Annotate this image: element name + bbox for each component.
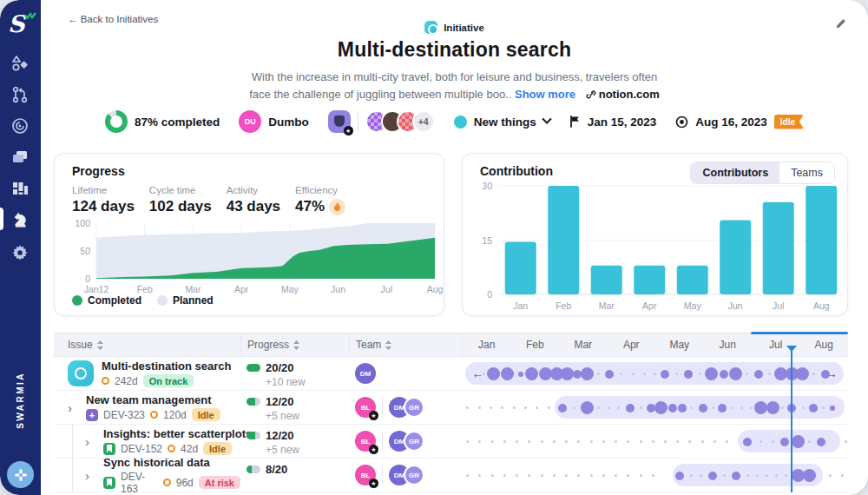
start-date: Jan 15, 2023 [569,116,657,129]
progress-metrics: Lifetime 124 days Cycle time 102 days Ac… [72,185,345,215]
team-cell: BL★DMGR [349,391,462,424]
svg-text:Jun: Jun [331,284,345,294]
progress-legend: Completed Planned [72,294,214,307]
star-badge-icon: ★ [369,478,378,488]
sidebar-item-shapes[interactable] [10,54,30,73]
table-row[interactable]: Multi-destination search242dOn track20/2… [54,357,848,391]
swarmia-logo-icon[interactable]: S [8,10,34,40]
activity-tick-dot [548,406,550,409]
activity-tick-dot [478,406,481,409]
sidebar-item-flow[interactable] [10,116,30,135]
star-badge-icon: ★ [344,126,353,135]
activity-dot [626,404,635,412]
status-badge: On track [143,374,194,387]
progress-count: 20/20 [266,361,294,374]
expand-chevron-icon[interactable]: › [68,401,78,414]
month-label: Apr [608,333,656,356]
issue-text: Insights: better scatterplotsDEV-15242dI… [103,427,252,455]
activity-tick-dot [615,474,617,477]
bullseye-icon [675,116,688,129]
legend-dot [157,295,168,306]
toggle-contributors[interactable]: Contributors [691,162,779,183]
table-rows: Multi-destination search242dOn track20/2… [54,357,848,492]
active-nav-indicator [0,208,3,230]
activity-dot [792,435,805,448]
projects-icon [10,148,30,167]
avatar-group[interactable]: ★ +4 [328,110,435,133]
activity-tick-dot [553,440,556,443]
bar-chart-icon [10,179,30,198]
team-cell: BL★DMGR [349,459,462,492]
knight-icon [10,210,30,229]
activity-dot [617,406,620,409]
chevron-down-icon [542,115,551,124]
issue-title[interactable]: New team management [86,393,220,406]
sidebar-item-reports[interactable] [10,179,30,198]
activity-tick-dot [640,474,642,477]
activity-tick-dot [688,440,691,443]
expand-chevron-icon[interactable]: › [85,435,95,448]
status-dropdown[interactable]: New things [454,116,550,129]
user-avatar[interactable] [7,461,34,488]
table-header: Issue Progress Team JanFebMarAprMayJunJu… [54,333,848,357]
progress-value: 20/20 [247,361,349,374]
svg-text:Jun: Jun [728,300,743,311]
svg-text:Apr: Apr [234,284,249,294]
initiative-icon [68,360,94,386]
activity-tick-dot [841,474,844,477]
month-label: Mar [559,333,608,356]
table-row[interactable]: ›Sync historical dataDEV-16396dAt risk8/… [54,459,848,492]
month-label: May [655,333,704,356]
story-icon [103,443,115,455]
activity-dot [780,438,789,446]
status-dot-icon [454,116,467,129]
duration-ring-icon [168,445,175,452]
activity-dot [558,404,567,412]
issue-title[interactable]: Multi-destination search [102,360,232,373]
show-more-link[interactable]: Show more [515,88,575,101]
issue-meta: 242dOn track [102,374,232,387]
issue-duration: 96d [176,477,194,489]
svg-text:Jan: Jan [513,300,528,311]
activity-tick-dot [565,474,568,477]
team-avatar-gr: GR [404,431,424,452]
metric-lifetime: Lifetime 124 days [72,185,135,215]
sidebar-item-settings[interactable] [10,243,30,262]
progress-cell: 8/20 [240,459,349,492]
toggle-teams[interactable]: Teams [779,162,834,183]
activity-tick-dot [577,474,580,477]
sidebar-item-pull-requests[interactable] [10,85,30,104]
issue-title[interactable]: Sync historical data [103,456,240,469]
activity-dot [581,367,594,380]
metric-cycle-time: Cycle time 102 days [149,185,212,215]
column-header-progress[interactable]: Progress [240,333,349,356]
activity-dot [732,472,740,480]
sort-icon [385,340,391,350]
activity-tick-dot [524,406,527,409]
sidebar-item-projects[interactable] [10,148,30,167]
issue-title[interactable]: Insights: better scatterplots [103,427,252,440]
progress-capsule-icon [247,364,260,372]
activity-tick-dot [528,440,530,443]
issue-key: DEV-163 [121,471,158,495]
contribution-card-title: Contribution [480,164,553,178]
table-row[interactable]: ›Insights: better scatterplotsDEV-15242d… [54,425,848,459]
brand-text: SWARMIA [0,372,41,432]
column-header-team[interactable]: Team [349,333,462,356]
sidebar-item-initiatives[interactable] [10,210,30,229]
activity-tick-dot [726,440,728,443]
activity-tick-dot [491,474,494,477]
svg-text:0: 0 [85,274,90,284]
star-badge-icon: ★ [369,411,378,420]
expand-chevron-icon[interactable]: › [85,469,95,482]
end-date-value: Aug 16, 2023 [695,116,767,129]
activity-tick-dot [615,440,617,443]
activity-tick-dot [676,440,679,443]
team-summary[interactable]: DU Dumbo [239,110,309,133]
column-header-issue[interactable]: Issue [54,333,240,356]
activity-tick-dot [553,474,556,477]
external-link[interactable]: notion.com [579,88,660,101]
indent-guide [72,459,73,492]
description-line1: With the increase in multi-city travel, … [252,70,658,83]
table-row[interactable]: ›New team management+DEV-323120dIdle12/2… [54,391,848,425]
